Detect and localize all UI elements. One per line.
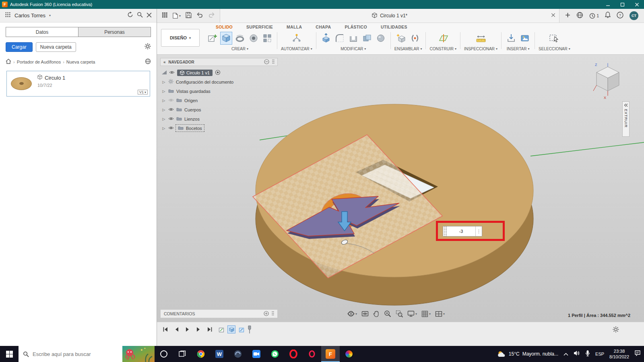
extrude-feature-icon[interactable] [227, 325, 235, 333]
tray-chevron-up-icon[interactable] [564, 350, 568, 358]
word-icon[interactable]: W [210, 346, 229, 362]
pattern-button[interactable] [261, 32, 273, 45]
visibility-eye-icon[interactable] [169, 70, 175, 75]
browser-root-row[interactable]: Circulo 1 v1 [160, 68, 278, 77]
chrome-icon[interactable] [192, 346, 210, 362]
browser-node-canvases[interactable]: ▷ Lienzos [160, 114, 278, 123]
grid-display-icon[interactable]: ▾ [421, 311, 431, 317]
expand-caret-icon[interactable]: ▷ [162, 117, 166, 121]
group-label-modificar[interactable]: MODIFICAR▾ [341, 47, 366, 51]
weather-widget[interactable]: 15°C Mayorm. nubla... [497, 350, 558, 358]
close-data-panel-icon[interactable] [147, 12, 152, 19]
search-highlight-art[interactable] [122, 346, 155, 362]
sketch-feature-icon[interactable] [237, 325, 246, 333]
go-to-end-icon[interactable] [207, 327, 213, 334]
combine-button[interactable] [361, 32, 373, 45]
browser-node-document-settings[interactable]: ▷ Configuración del documento [160, 77, 278, 86]
tab-utilidades[interactable]: UTILIDADES [381, 25, 407, 29]
insert-button[interactable] [505, 32, 517, 45]
new-component-button[interactable] [395, 32, 407, 45]
panel-drag-handle[interactable] [272, 311, 274, 317]
zoom-icon[interactable] [384, 310, 391, 317]
group-label-construir[interactable]: CONSTRUIR▾ [429, 47, 456, 51]
tab-personas[interactable]: Personas [78, 27, 151, 37]
zoom-window-icon[interactable] [396, 310, 403, 317]
tab-datos[interactable]: Datos [6, 27, 78, 37]
video-call-app-icon[interactable] [247, 346, 266, 362]
viewports-icon[interactable]: ▾ [435, 311, 445, 317]
canvas-button[interactable] [519, 32, 531, 45]
orbit-icon[interactable]: ▾ [347, 310, 357, 317]
activate-component-radio-icon[interactable] [215, 70, 221, 76]
sketch-feature-icon[interactable] [217, 325, 225, 333]
press-pull-button[interactable] [320, 32, 332, 45]
close-document-icon[interactable] [551, 13, 555, 19]
extension-globe-icon[interactable] [576, 12, 583, 20]
joint-button[interactable] [409, 32, 421, 45]
root-component-chip[interactable]: Circulo 1 v1 [177, 70, 213, 76]
expand-caret-icon[interactable]: ▷ [162, 89, 166, 93]
hub-grid-icon[interactable] [5, 12, 11, 19]
dimension-drag-grip[interactable] [443, 226, 447, 236]
shell-button[interactable] [347, 32, 359, 45]
web-link-globe-icon[interactable] [145, 58, 151, 65]
group-label-seleccionar[interactable]: SELECCIONAR▾ [539, 47, 570, 51]
new-folder-button[interactable]: Nueva carpeta [36, 42, 76, 52]
construct-plane-button[interactable] [437, 32, 449, 45]
speaker-icon[interactable] [574, 350, 580, 358]
look-at-icon[interactable] [361, 310, 369, 317]
visibility-eye-icon[interactable] [168, 117, 174, 121]
undo-icon[interactable] [196, 12, 203, 19]
expand-caret-icon[interactable]: ▷ [162, 99, 166, 103]
extrude-distance-box[interactable]: ⋮ [443, 226, 482, 237]
step-back-icon[interactable] [174, 327, 179, 334]
close-window-button[interactable] [630, 0, 644, 9]
help-icon[interactable]: ? [617, 12, 623, 20]
input-language[interactable]: ESP [595, 352, 604, 356]
revolve-button[interactable] [234, 32, 246, 45]
save-icon[interactable] [186, 12, 192, 20]
paint-app-icon[interactable] [340, 346, 358, 362]
play-icon[interactable] [185, 327, 190, 334]
extrude-dialog-collapsed-tab[interactable]: EXTRUIR [622, 101, 630, 137]
group-label-crear[interactable]: CREAR▾ [231, 47, 248, 51]
group-label-insertar[interactable]: INSERTAR▾ [507, 47, 530, 51]
tab-plastico[interactable]: PLÁSTICO [345, 25, 367, 29]
notifications-bell-icon[interactable] [605, 12, 611, 20]
extrude-distance-input[interactable] [447, 226, 475, 236]
notification-center-icon[interactable] [634, 350, 641, 358]
group-label-inspeccionar[interactable]: INSPECCIONAR▾ [464, 47, 497, 51]
automate-button[interactable] [291, 32, 303, 45]
browser-node-bodies[interactable]: ▷ Cuerpos [160, 105, 278, 114]
tab-malla[interactable]: MALLA [287, 25, 302, 29]
physical-material-button[interactable] [375, 32, 387, 45]
opera-gx-icon[interactable] [303, 346, 321, 362]
hub-caret-icon[interactable]: ▾ [49, 14, 51, 17]
maximize-button[interactable] [615, 0, 630, 9]
dimension-options-icon[interactable]: ⋮ [475, 226, 482, 236]
group-label-ensamblar[interactable]: ENSAMBLAR▾ [394, 47, 422, 51]
extrude-button[interactable] [220, 32, 232, 45]
visibility-eye-icon[interactable] [168, 126, 174, 131]
timeline-position-marker[interactable] [248, 325, 252, 336]
redo-icon[interactable] [208, 12, 215, 19]
group-label-automatizar[interactable]: AUTOMATIZAR▾ [281, 47, 312, 51]
new-document-plus-icon[interactable] [565, 12, 570, 19]
search-icon[interactable] [137, 12, 143, 19]
taskbar-search-input[interactable] [33, 351, 109, 357]
browser-header[interactable]: « NAVEGADOR [160, 58, 278, 66]
visibility-eye-icon[interactable] [168, 107, 174, 112]
hole-button[interactable] [248, 32, 260, 45]
file-menu-icon[interactable]: ▾ [173, 12, 181, 19]
home-icon[interactable] [6, 59, 11, 65]
tab-solido[interactable]: SOLIDO [216, 25, 233, 29]
fusion-360-taskbar-icon[interactable]: F [321, 346, 340, 362]
view-cube[interactable]: Z X [592, 62, 624, 100]
refresh-icon[interactable] [127, 12, 133, 19]
job-status-clock-icon[interactable]: 1 [589, 13, 599, 19]
measure-button[interactable] [475, 32, 487, 45]
user-avatar[interactable]: CT [630, 11, 638, 20]
breadcrumb-folder-current[interactable]: Nueva carpeta [66, 60, 95, 64]
browser-node-sketches[interactable]: ▷ Bocetos [160, 123, 278, 133]
browser-node-origin[interactable]: ▷ Origen [160, 96, 278, 105]
